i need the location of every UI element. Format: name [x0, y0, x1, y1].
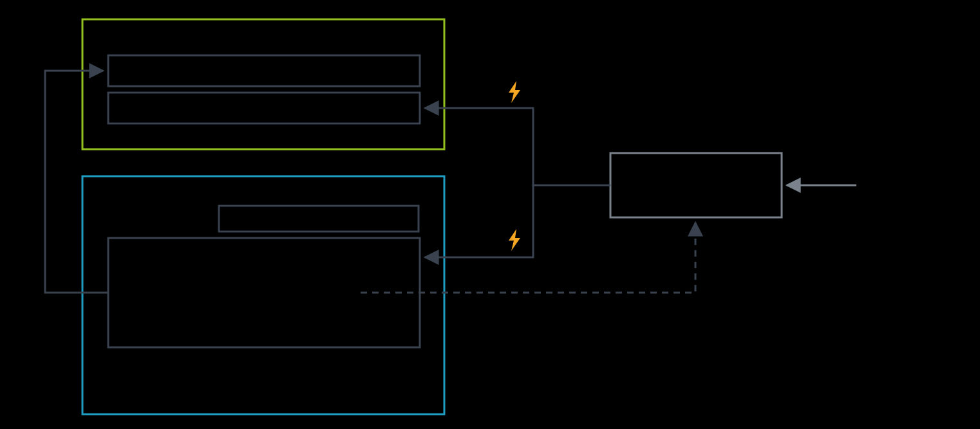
diagram-canvas — [0, 0, 980, 429]
bottom-small-box — [219, 206, 419, 232]
diagram-svg — [0, 0, 980, 429]
top-row1-box — [108, 55, 420, 86]
lightning-icon — [509, 81, 520, 103]
top-group-box — [82, 19, 444, 149]
to-top-arrow — [425, 108, 534, 185]
right-box — [610, 153, 782, 217]
top-row2-box — [108, 93, 420, 123]
feedback-arrow — [45, 71, 108, 293]
lightning-icon — [509, 229, 520, 251]
bottom-group-box — [82, 176, 444, 414]
to-bottom-arrow — [425, 185, 534, 257]
